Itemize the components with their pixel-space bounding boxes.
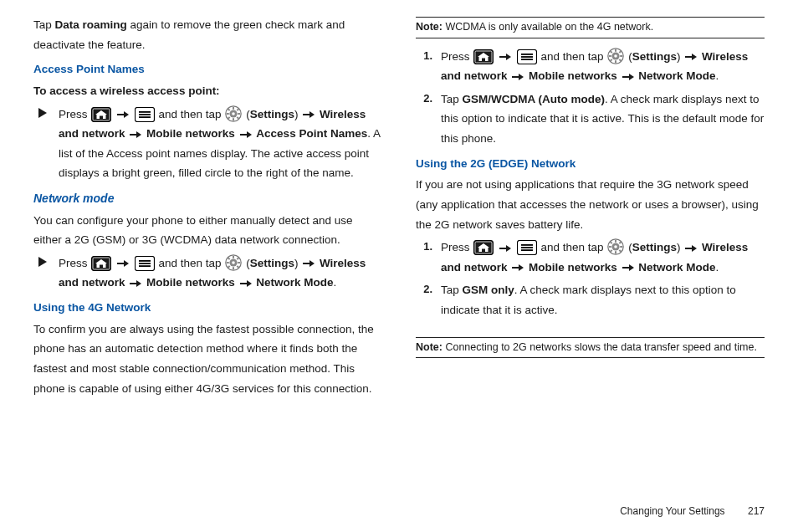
text: Press — [441, 50, 473, 63]
step-number: 1. — [416, 238, 441, 277]
home-key-icon — [473, 240, 494, 255]
text: . — [716, 261, 719, 274]
menu-key-icon — [135, 107, 155, 122]
step-body: Press and then tap (Settings) Wireless a… — [441, 238, 765, 277]
heading-apn: Access Point Names — [33, 59, 382, 79]
page-footer: Changing Your Settings 217 — [620, 503, 765, 520]
arrow-icon — [115, 259, 130, 268]
path-apn: Access Point Names — [256, 127, 367, 140]
left-column: Tap Data roaming again to remove the gre… — [33, 15, 382, 402]
text: and then tap — [159, 108, 225, 120]
settings-label: Settings — [632, 50, 677, 63]
text: Tap — [33, 18, 55, 31]
note-label: Note: — [416, 341, 442, 353]
right-column: Note: WCDMA is only available on the 4G … — [416, 15, 765, 402]
arrow-icon — [683, 53, 698, 61]
text: Press — [59, 108, 90, 120]
heading-2g: Using the 2G (EDGE) Network — [416, 154, 765, 174]
home-key-icon — [91, 107, 111, 122]
heading-4g: Using the 4G Network — [33, 298, 382, 318]
text: Tap — [441, 284, 463, 296]
arrow-icon — [498, 53, 513, 61]
manual-page: Tap Data roaming again to remove the gre… — [0, 0, 798, 532]
text: . — [334, 276, 337, 289]
text: ) — [294, 257, 301, 269]
bullet-item: Press and then tap (Settings) Wireless a… — [33, 105, 382, 184]
settings-label: Settings — [250, 257, 294, 269]
arrow-icon — [683, 244, 698, 253]
arrow-icon — [128, 279, 143, 288]
bullet-body: Press and then tap (Settings) Wireless a… — [59, 105, 382, 184]
bullet-item: Press and then tap (Settings) Wireless a… — [33, 253, 382, 293]
path-mobile: Mobile networks — [529, 69, 617, 82]
text: Tap — [441, 93, 463, 105]
data-roaming-line: Tap Data roaming again to remove the gre… — [33, 15, 382, 54]
note-body: WCDMA is only available on the 4G networ… — [442, 21, 653, 33]
arrow-icon — [621, 73, 636, 81]
settings-gear-icon — [225, 254, 242, 271]
bullet-triangle-icon — [33, 105, 59, 184]
text: . — [716, 69, 719, 82]
text: ) — [294, 108, 301, 120]
text: Press — [441, 241, 473, 253]
arrow-icon — [301, 259, 316, 268]
bullet-body: Press and then tap (Settings) Wireless a… — [59, 253, 382, 293]
text: and then tap — [541, 50, 607, 63]
note-2g: Note: Connecting to 2G networks slows th… — [416, 337, 765, 359]
step-body: Tap GSM/WCDMA (Auto mode). A check mark … — [441, 90, 765, 149]
text: and then tap — [159, 257, 225, 269]
path-mobile: Mobile networks — [146, 276, 235, 289]
path-mode: Network Mode — [638, 261, 715, 274]
menu-key-icon — [517, 49, 537, 64]
home-key-icon — [91, 256, 111, 271]
text: and then tap — [541, 241, 607, 253]
network-mode-intro: You can configure your phone to either m… — [33, 211, 382, 250]
arrow-icon — [301, 110, 316, 119]
arrow-icon — [498, 244, 513, 253]
arrow-icon — [238, 279, 253, 288]
step-2-2g: 2. Tap GSM only. A check mark displays n… — [416, 280, 765, 320]
settings-gear-icon — [607, 48, 624, 64]
path-mode: Network Mode — [638, 69, 715, 82]
apn-subheading: To access a wireless access point: — [33, 81, 382, 101]
settings-gear-icon — [607, 238, 624, 255]
option-label: GSM/WCDMA (Auto mode) — [463, 93, 605, 105]
text: ) — [677, 241, 683, 253]
para-4g: To confirm you are always using the fast… — [33, 320, 382, 399]
menu-key-icon — [135, 256, 155, 271]
text: Press — [59, 257, 90, 269]
arrow-icon — [128, 130, 143, 139]
step-body: Tap GSM only. A check mark displays next… — [441, 280, 765, 320]
step-1-2g: 1. Press and then tap (Settings) Wireles… — [416, 238, 765, 277]
step-number: 2. — [416, 280, 441, 320]
text: ) — [677, 50, 683, 63]
settings-gear-icon — [225, 105, 242, 122]
home-key-icon — [473, 49, 494, 64]
step-2: 2. Tap GSM/WCDMA (Auto mode). A check ma… — [416, 90, 765, 149]
arrow-icon — [621, 263, 636, 272]
note-body: Connecting to 2G networks slows the data… — [442, 341, 757, 353]
arrow-icon — [238, 130, 253, 139]
step-1: 1. Press and then tap (Settings) Wireles… — [416, 47, 765, 86]
step-body: Press and then tap (Settings) Wireless a… — [441, 47, 765, 86]
menu-key-icon — [517, 240, 537, 255]
arrow-icon — [510, 73, 525, 81]
arrow-icon — [115, 110, 130, 119]
option-label: GSM only — [463, 284, 514, 296]
path-mode: Network Mode — [256, 276, 333, 289]
note-label: Note: — [416, 21, 442, 33]
text-bold: Data roaming — [55, 18, 127, 31]
columns: Tap Data roaming again to remove the gre… — [33, 15, 765, 402]
footer-page-number: 217 — [748, 503, 765, 520]
para-2g: If you are not using applications that r… — [416, 175, 765, 234]
settings-label: Settings — [632, 241, 677, 253]
step-number: 1. — [416, 47, 441, 86]
note-wcdma: Note: WCDMA is only available on the 4G … — [416, 17, 765, 38]
arrow-icon — [510, 263, 525, 272]
path-mobile: Mobile networks — [529, 261, 617, 274]
path-mobile: Mobile networks — [146, 127, 235, 140]
bullet-triangle-icon — [33, 253, 59, 293]
footer-section: Changing Your Settings — [620, 505, 724, 517]
settings-label: Settings — [250, 108, 294, 120]
step-number: 2. — [416, 90, 441, 149]
